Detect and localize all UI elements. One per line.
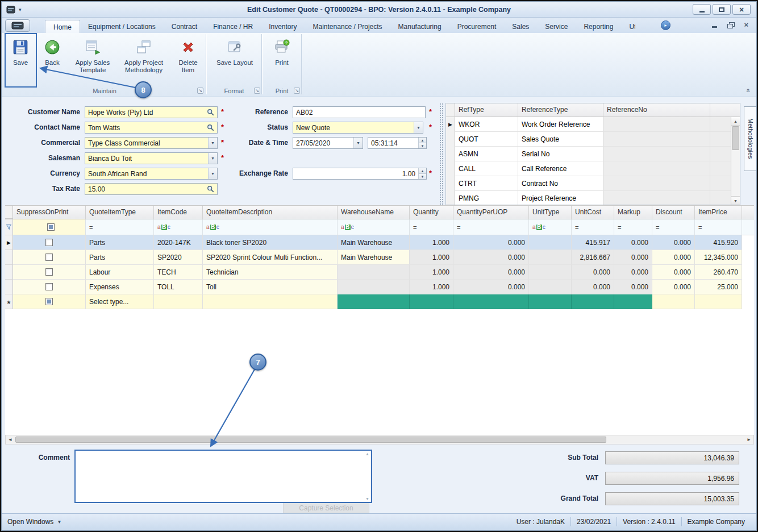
spin-up-icon[interactable]: ▲ bbox=[419, 138, 426, 143]
contact-name-field[interactable]: Tom Watts bbox=[85, 122, 218, 134]
scrollbar-thumb[interactable] bbox=[15, 437, 606, 443]
cell-quote-item-description[interactable] bbox=[203, 294, 338, 309]
filter-cell-itemprice[interactable]: = bbox=[695, 219, 742, 235]
cell-quantity[interactable]: 1.000 bbox=[410, 235, 453, 250]
column-header-markup[interactable]: Markup bbox=[614, 206, 652, 219]
suppress-on-print-checkbox[interactable] bbox=[45, 268, 53, 276]
cell-item-price[interactable]: 25.000 bbox=[695, 280, 742, 294]
dropdown-arrow-icon[interactable]: ▼ bbox=[208, 153, 217, 164]
cell-markup[interactable]: 0.000 bbox=[614, 235, 652, 250]
cell-quantity-per-uop[interactable]: 0.000 bbox=[453, 280, 529, 294]
column-header-itemcode[interactable]: ItemCode bbox=[154, 206, 203, 219]
reference-row-asmn[interactable]: ASMNSerial No bbox=[446, 147, 740, 161]
currency-combo[interactable]: South African Rand ▼ bbox=[85, 168, 218, 180]
time-spinner[interactable]: ▲▼ bbox=[418, 138, 426, 148]
cell-reftype[interactable]: CTRT bbox=[455, 176, 518, 191]
cell-quote-item-type[interactable]: Select type... bbox=[86, 294, 154, 309]
dropdown-arrow-icon[interactable]: ▼ bbox=[414, 122, 423, 133]
cell-suppress-on-print[interactable] bbox=[13, 250, 86, 265]
cell-quote-item-type[interactable]: Labour bbox=[86, 265, 154, 280]
save-layout-button[interactable]: Save Layout bbox=[211, 35, 259, 85]
ribbon-tab-reporting[interactable]: Reporting bbox=[576, 20, 621, 33]
cell-warehouse-name[interactable] bbox=[338, 280, 410, 294]
cell-quantity-per-uop[interactable]: 0.000 bbox=[453, 235, 529, 250]
cell-reftype[interactable]: ASMN bbox=[455, 147, 518, 161]
cell-warehouse-name[interactable] bbox=[338, 294, 410, 309]
cell-quantity-per-uop[interactable] bbox=[453, 294, 529, 309]
cell-suppress-on-print[interactable] bbox=[13, 235, 86, 250]
cell-markup[interactable]: 0.000 bbox=[614, 265, 652, 280]
cell-unit-cost[interactable]: 0.000 bbox=[572, 265, 614, 280]
scroll-down-icon[interactable]: ▼ bbox=[731, 196, 740, 205]
column-header-reftype[interactable]: RefType bbox=[455, 103, 518, 117]
cell-quantity[interactable]: 1.000 bbox=[410, 280, 453, 294]
filter-cell-markup[interactable]: = bbox=[614, 219, 652, 235]
cell-quantity-per-uop[interactable]: 0.000 bbox=[453, 265, 529, 280]
column-header-unitcost[interactable]: UnitCost bbox=[572, 206, 614, 219]
cell-item-code[interactable]: 2020-147K bbox=[154, 235, 203, 250]
filter-cell-unittype[interactable]: aBc bbox=[529, 219, 572, 235]
cell-item-code[interactable]: TOLL bbox=[154, 280, 203, 294]
cell-suppress-on-print[interactable] bbox=[13, 265, 86, 280]
date-field[interactable]: 27/05/2020 ▼ bbox=[293, 137, 363, 149]
lookup-magnifier-icon[interactable] bbox=[207, 185, 214, 193]
quick-access-caret-icon[interactable]: ▾ bbox=[19, 7, 22, 13]
cell-reftype[interactable]: WKOR bbox=[455, 117, 518, 132]
filter-cell-discount[interactable]: = bbox=[652, 219, 695, 235]
customer-name-field[interactable]: Hope Works (Pty) Ltd bbox=[85, 106, 218, 118]
child-close-icon[interactable]: × bbox=[744, 22, 748, 28]
scroll-down-icon[interactable]: ▼ bbox=[365, 497, 369, 501]
cell-item-price[interactable]: 415.920 bbox=[695, 235, 742, 250]
ribbon-scroll-button[interactable]: ► bbox=[661, 20, 670, 30]
cell-unit-cost[interactable] bbox=[572, 294, 614, 309]
ribbon-tab-inventory[interactable]: Inventory bbox=[261, 20, 305, 33]
cell-quote-item-type[interactable]: Parts bbox=[86, 250, 154, 265]
apply-project-methodology-button[interactable]: Apply Project Methodology bbox=[118, 35, 170, 85]
cell-referencetype[interactable]: Project Reference bbox=[518, 191, 603, 205]
cell-unit-cost[interactable]: 0.000 bbox=[572, 280, 614, 294]
ribbon-tab-equipment-locations[interactable]: Equipment / Locations bbox=[80, 20, 164, 33]
status-combo[interactable]: New Quote ▼ bbox=[293, 122, 423, 134]
column-header-unittype[interactable]: UnitType bbox=[529, 206, 572, 219]
cell-quote-item-description[interactable]: Black toner SP2020 bbox=[203, 235, 338, 250]
cell-quote-item-description[interactable]: Technician bbox=[203, 265, 338, 280]
quote-item-row-2[interactable]: PartsSP2020SP2020 Sprint Colour Multi Fu… bbox=[5, 250, 754, 265]
lookup-magnifier-icon[interactable] bbox=[207, 124, 214, 131]
application-menu-button[interactable] bbox=[5, 19, 30, 32]
format-dialog-launcher-icon[interactable]: ↘ bbox=[254, 88, 260, 94]
cell-item-price[interactable] bbox=[695, 294, 742, 309]
dropdown-arrow-icon[interactable]: ▼ bbox=[208, 138, 217, 148]
cell-referenceno[interactable] bbox=[603, 147, 710, 161]
cell-quantity[interactable] bbox=[410, 294, 453, 309]
scrollbar-thumb[interactable] bbox=[732, 126, 739, 150]
cell-discount[interactable]: 0.000 bbox=[652, 235, 695, 250]
cell-warehouse-name[interactable]: Main Warehouse bbox=[338, 235, 410, 250]
apply-sales-template-button[interactable]: Apply Sales Template bbox=[70, 35, 115, 85]
dropdown-arrow-icon[interactable]: ▼ bbox=[208, 168, 217, 179]
cell-referenceno[interactable] bbox=[603, 161, 710, 176]
suppress-on-print-checkbox[interactable] bbox=[45, 298, 53, 305]
cell-discount[interactable]: 0.000 bbox=[652, 250, 695, 265]
print-button[interactable]: ? Print bbox=[265, 35, 298, 85]
column-header-quoteitemtype[interactable]: QuoteItemType bbox=[86, 206, 154, 219]
cell-referenceno[interactable] bbox=[603, 176, 710, 191]
cell-unit-type[interactable] bbox=[529, 250, 572, 265]
cell-markup[interactable] bbox=[614, 294, 652, 309]
ribbon-tab-procurement[interactable]: Procurement bbox=[449, 20, 505, 33]
cell-quantity[interactable]: 1.000 bbox=[410, 250, 453, 265]
column-header-referencetype[interactable]: ReferenceType bbox=[518, 103, 603, 117]
cell-referencetype[interactable]: Work Order Reference bbox=[518, 117, 603, 132]
cell-suppress-on-print[interactable] bbox=[13, 294, 86, 309]
cell-unit-cost[interactable]: 415.917 bbox=[572, 235, 614, 250]
filter-cell-warehousename[interactable]: aBc bbox=[338, 219, 410, 235]
reference-row-pmng[interactable]: PMNGProject Reference bbox=[446, 191, 740, 205]
ribbon-tab-home[interactable]: Home bbox=[45, 20, 80, 33]
cell-reftype[interactable]: PMNG bbox=[455, 191, 518, 205]
tax-rate-field[interactable]: 15.00 bbox=[85, 183, 218, 195]
ribbon-tab-service[interactable]: Service bbox=[537, 20, 576, 33]
cell-item-price[interactable]: 12,345.000 bbox=[695, 250, 742, 265]
back-button[interactable]: Back bbox=[38, 35, 66, 85]
filter-cell-unitcost[interactable]: = bbox=[572, 219, 614, 235]
ribbon-tab-finance-hr[interactable]: Finance / HR bbox=[205, 20, 261, 33]
column-header-quantityperuop[interactable]: QuantityPerUOP bbox=[453, 206, 529, 219]
